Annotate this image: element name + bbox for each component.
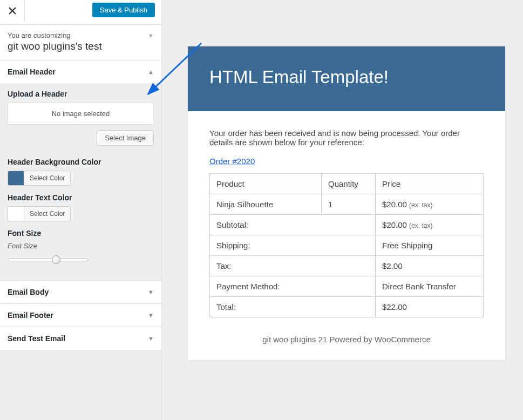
cell-label: Tax: (210, 256, 376, 276)
accordion-send-test: Send Test Email ▼ (0, 327, 161, 350)
table-header-row: Product Quantity Price (210, 174, 484, 194)
slider-thumb[interactable] (52, 255, 60, 264)
no-image-placeholder: No image selected (8, 103, 154, 125)
cell-label: Total: (210, 297, 376, 317)
cell-value: Direct Bank Transfer (376, 276, 484, 297)
email-preview-header: HTML Email Template! (188, 46, 505, 111)
table-row: Shipping: Free Shipping (210, 235, 484, 256)
accordion-email-body: Email Body ▼ (0, 281, 161, 304)
customizing-box[interactable]: You are customizing git woo plugins's te… (0, 25, 161, 60)
accordion-head-email-header[interactable]: Email Header ▲ (0, 60, 161, 83)
table-row: Payment Method: Direct Bank Transfer (210, 276, 484, 297)
cell-quantity: 1 (322, 194, 376, 215)
order-link[interactable]: Order #2020 (209, 157, 255, 166)
customizer-sidebar: Save & Publish You are customizing git w… (0, 0, 162, 420)
accordion-email-header: Email Header ▲ Upload a Header No image … (0, 60, 161, 281)
close-button[interactable] (0, 0, 25, 22)
chevron-down-icon: ▼ (148, 32, 154, 39)
upload-header-label: Upload a Header (8, 90, 154, 98)
bg-color-swatch (8, 171, 24, 186)
bg-color-label: Header Background Color (8, 158, 154, 166)
bg-color-picker[interactable]: Select Color (8, 171, 154, 186)
customizing-site: git woo plugins's test (8, 40, 154, 52)
accordion-title: Email Footer (8, 311, 53, 320)
cell-value: Free Shipping (376, 235, 484, 256)
cell-value: $2.00 (376, 256, 484, 276)
table-row: Subtotal: $20.00 (ex. tax) (210, 215, 484, 235)
preview-intro: Your order has been received and is now … (209, 128, 484, 147)
font-size-text: Font Size (8, 242, 154, 250)
text-color-picker[interactable]: Select Color (8, 206, 154, 221)
bg-select-color-button[interactable]: Select Color (24, 171, 71, 186)
table-row: Tax: $2.00 (210, 256, 484, 276)
customizing-label: You are customizing (8, 31, 154, 39)
accordion-head-email-body[interactable]: Email Body ▼ (0, 281, 161, 303)
font-size-label: Font Size (8, 229, 154, 238)
col-quantity: Quantity (322, 174, 376, 194)
accordion-head-send-test[interactable]: Send Test Email ▼ (0, 327, 161, 350)
accordion-head-email-footer[interactable]: Email Footer ▼ (0, 304, 161, 327)
text-color-swatch (8, 206, 24, 221)
slider-track (8, 259, 89, 261)
chevron-down-icon: ▼ (148, 289, 154, 295)
cell-label: Shipping: (210, 235, 376, 256)
col-product: Product (210, 174, 322, 194)
accordion-title: Send Test Email (8, 334, 65, 343)
font-size-slider[interactable] (8, 254, 89, 265)
cell-value: $22.00 (376, 297, 484, 317)
order-table: Product Quantity Price Ninja Silhouette … (209, 173, 484, 317)
chevron-up-icon: ▲ (148, 69, 154, 75)
preview-footer: git woo plugins 21 Powered by WooCommerc… (209, 335, 484, 344)
cell-value: $20.00 (ex. tax) (376, 215, 484, 235)
text-select-color-button[interactable]: Select Color (24, 206, 71, 221)
select-image-button[interactable]: Select Image (97, 130, 154, 146)
accordion-title: Email Body (8, 288, 49, 296)
save-publish-button[interactable]: Save & Publish (92, 3, 155, 17)
cell-label: Payment Method: (210, 276, 376, 297)
accordion-body-email-header: Upload a Header No image selected Select… (0, 83, 161, 280)
cell-label: Subtotal: (210, 215, 376, 235)
cell-price: $20.00 (ex. tax) (376, 194, 484, 215)
table-row: Ninja Silhouette 1 $20.00 (ex. tax) (210, 194, 484, 215)
accordion-email-footer: Email Footer ▼ (0, 304, 161, 327)
text-color-label: Header Text Color (8, 193, 154, 202)
table-row: Total: $22.00 (210, 297, 484, 317)
email-preview-body: Your order has been received and is now … (188, 111, 505, 360)
chevron-down-icon: ▼ (148, 335, 154, 342)
col-price: Price (376, 174, 484, 194)
top-bar: Save & Publish (0, 0, 161, 25)
accordion-title: Email Header (8, 67, 56, 76)
chevron-down-icon: ▼ (148, 312, 154, 319)
cell-product: Ninja Silhouette (210, 194, 322, 215)
close-icon (9, 7, 16, 15)
email-preview: HTML Email Template! Your order has been… (188, 46, 505, 360)
